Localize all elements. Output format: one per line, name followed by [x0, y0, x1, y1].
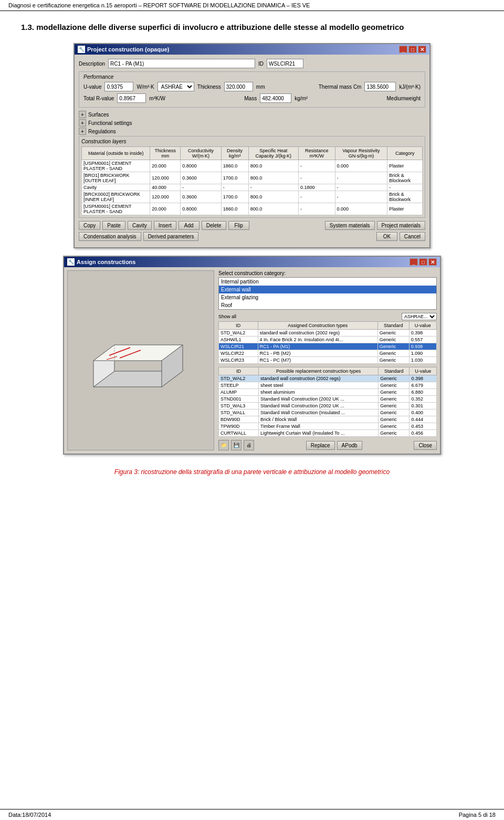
assign-body: Select construction category: Internal p… — [64, 267, 440, 454]
list-item[interactable]: TPW90DTimber Frame WallGeneric0.453 — [219, 423, 437, 430]
derived-button[interactable]: Derived parameters — [143, 232, 199, 241]
assign-3d-view — [67, 270, 214, 450]
list-item[interactable]: STD_WAL3Standard Wall Construction (2002… — [219, 403, 437, 409]
assign-close-btn[interactable]: ✕ — [428, 258, 437, 266]
win-minimize-btn[interactable]: _ — [399, 46, 407, 53]
list-item[interactable]: STND001Standard Wall Construction (2002 … — [219, 396, 437, 403]
assign-maximize-btn[interactable]: □ — [419, 258, 427, 266]
category-item[interactable]: External glazing — [219, 293, 436, 301]
cancel-button[interactable]: Cancel — [400, 232, 425, 241]
flip-button[interactable]: Flip — [228, 221, 249, 230]
surfaces-section: + Surfaces — [79, 111, 425, 118]
save-icon[interactable]: 💾 — [231, 440, 242, 450]
category-item[interactable]: Roof — [219, 301, 436, 309]
surfaces-expand-btn[interactable]: + — [79, 111, 86, 118]
ok-button[interactable]: OK — [376, 232, 397, 241]
add-button[interactable]: Add — [178, 221, 200, 230]
uvalue-input[interactable] — [104, 82, 133, 91]
list-item[interactable]: STD_WAL2standard wall construction (2002… — [219, 375, 437, 382]
list-item[interactable]: WSLCIR22RC1 - PB (M2)Generic1.090 — [219, 350, 437, 357]
category-item[interactable]: Internal partition — [219, 278, 436, 286]
list-item[interactable]: BDW90DBrick / Block WallGeneric0.444 — [219, 416, 437, 423]
project-win-body: Description ID Performance U-value W/m²·… — [75, 55, 429, 247]
col-conductivity: Conductivity W/(m·K) — [181, 147, 221, 160]
list-item[interactable]: WSLCIR23RC1 - PC (M7)Generic1.030 — [219, 357, 437, 364]
ashrae-dropdown[interactable]: ASHRAE... — [402, 313, 437, 320]
close-button[interactable]: Close — [414, 441, 437, 450]
desc-label: Description — [79, 61, 105, 67]
assign-right-panel: Select construction category: Internal p… — [218, 270, 437, 450]
rvalue-input[interactable] — [117, 93, 146, 103]
action-btn-row: Copy Paste Cavity Insert Add Delete Flip… — [79, 221, 425, 230]
list-item[interactable]: STEELPsheet steelGeneric6.679 — [219, 382, 437, 389]
project-win-wrapper: 🔧 Project construction (opaque) _ □ ✕ De… — [21, 43, 483, 248]
delete-button[interactable]: Delete — [202, 221, 226, 230]
insert-button[interactable]: Insert — [154, 221, 176, 230]
id-label: ID — [258, 61, 264, 67]
col-thickness: Thickness mm — [150, 147, 181, 160]
figure-caption: Figura 3: ricostruzione della stratigraf… — [21, 468, 483, 476]
thermal-input[interactable] — [364, 82, 396, 91]
project-materials-button[interactable]: Project materials — [377, 221, 425, 230]
copy-button[interactable]: Copy — [79, 221, 100, 230]
table-row[interactable]: [USPM0001] CEMENT PLASTER - SAND20.0000.… — [82, 160, 423, 172]
performance-section: Performance U-value W/m²·K ASHRAE Thickn… — [79, 71, 425, 108]
cavity-button[interactable]: Cavity — [128, 221, 152, 230]
condensation-button[interactable]: Condensation analysis — [79, 232, 141, 241]
apodb-button[interactable]: APodb — [337, 441, 362, 450]
secondary-btn-row: Condensation analysis Derived parameters… — [79, 232, 425, 241]
folder-icon[interactable]: 📁 — [218, 440, 229, 450]
table-row[interactable]: Cavity40.000---0.1800-- — [82, 184, 423, 191]
ashrae-select[interactable]: ASHRAE — [158, 82, 194, 91]
win-maximize-btn[interactable]: □ — [408, 46, 417, 53]
id-input[interactable] — [267, 59, 303, 68]
table-row[interactable]: [USPM0001] CEMENT PLASTER - SAND20.0000.… — [82, 203, 423, 215]
functional-section: + Functional settings — [79, 119, 425, 127]
table-row[interactable]: [BRCK0002] BRICKWORK [INNER LEAF]120.000… — [82, 191, 423, 203]
replacement-table: ID Possible replacement construction typ… — [218, 367, 437, 437]
col-specific-heat: Specific Heat Capacity J/(kg·K) — [248, 147, 298, 160]
footer-date: Data:18/07/2014 — [8, 812, 51, 818]
layers-title: Construction layers — [81, 139, 423, 144]
regulations-section: + Regulations — [79, 128, 425, 135]
category-item[interactable]: External wall — [219, 286, 436, 293]
list-item[interactable]: ALUMPsheet aluminiumGeneric6.880 — [219, 389, 437, 396]
description-row: Description ID — [79, 59, 425, 68]
system-materials-button[interactable]: System materials — [325, 221, 375, 230]
assign-win-wrapper: 🔧 Assign constructions _ □ ✕ — [21, 251, 483, 455]
windows-container: 🔧 Project construction (opaque) _ □ ✕ De… — [21, 43, 483, 458]
paste-button[interactable]: Paste — [102, 221, 125, 230]
page-header: Diagnosi e certificazione energetica n.1… — [0, 0, 504, 11]
category-label: Select construction category: — [218, 270, 437, 276]
list-item[interactable]: WSLCIR21RC1 - PA (M1)Generic0.938 — [219, 343, 437, 350]
project-win-titlebar: 🔧 Project construction (opaque) _ □ ✕ — [75, 44, 429, 55]
thickness-input[interactable] — [224, 82, 253, 91]
assign-win-icon: 🔧 — [67, 258, 75, 266]
assigned-table: ID Assigned Construction types Standard … — [218, 321, 437, 364]
assign-minimize-btn[interactable]: _ — [410, 258, 418, 266]
regulations-expand-btn[interactable]: + — [79, 128, 86, 135]
assign-bottom-row: 📁 💾 🖨 Replace APodb Close — [218, 440, 437, 450]
list-item[interactable]: ASHW/L14 In. Face Brick 2 In. Insulation… — [219, 337, 437, 343]
list-item[interactable]: STD_WALLStandard Wall Construction (Insu… — [219, 409, 437, 416]
assign-win: 🔧 Assign constructions _ □ ✕ — [63, 256, 441, 455]
perf-title: Performance — [83, 74, 421, 80]
footer-page: Pagina 5 di 18 — [459, 812, 496, 818]
print-icon[interactable]: 🖨 — [244, 440, 254, 450]
mass-input[interactable] — [260, 93, 291, 103]
project-win: 🔧 Project construction (opaque) _ □ ✕ De… — [74, 43, 430, 248]
col-vapour: Vapour Resistivity GN·s/(kg·m) — [335, 147, 387, 160]
page-footer: Data:18/07/2014 Pagina 5 di 18 — [0, 809, 504, 820]
list-item[interactable]: CURTWALLLightweight Curtain Wall (Insula… — [219, 430, 437, 437]
win-close-btn[interactable]: ✕ — [418, 46, 426, 53]
description-input[interactable] — [108, 59, 255, 68]
table-row[interactable]: [BRO1] BRICKWORK [OUTER LEAF]120.0000.36… — [82, 172, 423, 184]
page-content: 1.3. modellazione delle diverse superfic… — [0, 11, 504, 486]
col-resistance: Resistance m²K/W — [299, 147, 335, 160]
category-list: Internal partitionExternal wallExternal … — [218, 277, 437, 310]
replace-button[interactable]: Replace — [306, 441, 335, 450]
show-all-label: Show all — [218, 314, 236, 319]
col-category: Category — [387, 147, 423, 160]
list-item[interactable]: STD_WAL2standard wall construction (2002… — [219, 330, 437, 337]
functional-expand-btn[interactable]: + — [79, 119, 86, 127]
